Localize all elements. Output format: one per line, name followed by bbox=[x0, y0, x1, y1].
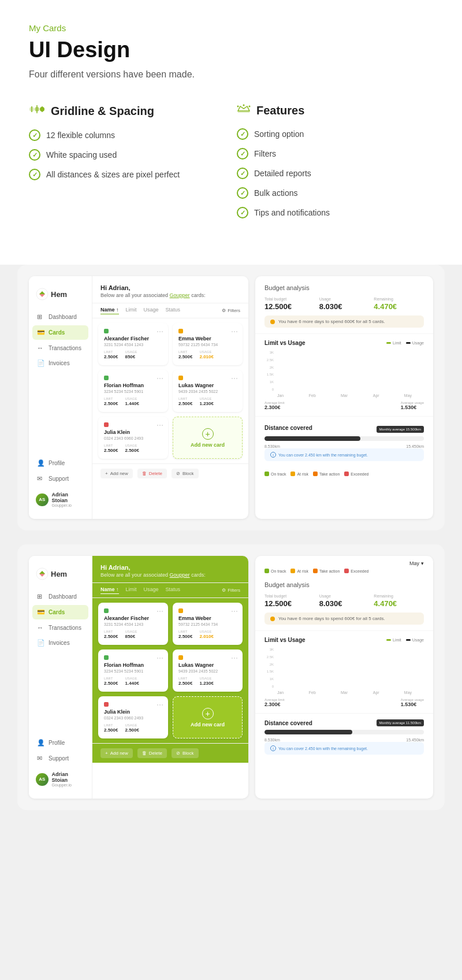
more-button-g4[interactable]: ⋯ bbox=[231, 654, 238, 662]
card-color-4 bbox=[178, 376, 183, 380]
sidebar-item-cards-2[interactable]: 💳 Cards bbox=[32, 605, 88, 619]
sidebar-item-profile-2[interactable]: 👤 Profile bbox=[32, 736, 88, 750]
card-item-g2: ⋯ Emma Weber 59732 2125 6434 734 Limit2.… bbox=[173, 603, 243, 645]
feature-item-1: Sorting option bbox=[237, 128, 433, 140]
block-button-2[interactable]: ⊘Block bbox=[172, 748, 199, 758]
tab-limit[interactable]: Limit bbox=[126, 307, 137, 314]
tab-usage-2[interactable]: Usage bbox=[144, 586, 159, 594]
card-color-g5 bbox=[104, 702, 109, 707]
tab-name-2[interactable]: Name ↑ bbox=[100, 586, 119, 594]
more-button-4[interactable]: ⋯ bbox=[231, 374, 238, 383]
svg-point-6 bbox=[237, 106, 239, 107]
tab-status[interactable]: Status bbox=[166, 307, 181, 314]
bar-chart-2: 3K2.5K2K1.5K1K0 bbox=[264, 648, 424, 688]
card-color-g2 bbox=[178, 608, 183, 613]
add-circle-icon: + bbox=[202, 428, 214, 440]
features-section: Features Sorting option Filters Detailed… bbox=[237, 103, 433, 218]
feature-item-2: Filters bbox=[237, 148, 433, 159]
main-title: UI Design bbox=[29, 38, 433, 62]
user-info: Adrian Stoian Goupper.io bbox=[52, 492, 85, 507]
gridline-list: 12 flexible columns White spacing used A… bbox=[29, 129, 225, 180]
budget-title: Budget analysis bbox=[264, 284, 424, 291]
greeting-2: Hi Adrian, bbox=[100, 564, 240, 571]
chart-labels: Jan Feb Mar Apr May bbox=[264, 394, 424, 398]
chart-labels-2: Jan Feb Mar Apr May bbox=[264, 691, 424, 695]
add-new-label: Add new card bbox=[191, 442, 225, 448]
greeting: Hi Adrian, bbox=[100, 284, 240, 291]
card-name-1: Alexander Fischer bbox=[104, 336, 162, 341]
card-item-4: ⋯ Lukas Wagner 9439 2034 2435 5022 Limit… bbox=[173, 370, 243, 412]
sidebar-item-invoices-2[interactable]: 📄 Invoices bbox=[32, 636, 88, 650]
tab-status-2[interactable]: Status bbox=[166, 586, 181, 594]
card-name-5: Julia Klein bbox=[104, 429, 162, 435]
sidebar-item-dashboard[interactable]: ⊞ Dashboard bbox=[32, 310, 88, 324]
add-new-label-2: Add new card bbox=[191, 722, 225, 727]
tab-usage[interactable]: Usage bbox=[144, 307, 159, 314]
greeting-sub-2: Below are all your associated Goupper ca… bbox=[100, 572, 240, 578]
tab-name[interactable]: Name ↑ bbox=[100, 307, 119, 314]
sidebar-item-invoices[interactable]: 📄 Invoices bbox=[32, 356, 88, 370]
bar-chart: 3K2.5K2K1.5K1K0 bbox=[264, 351, 424, 391]
add-card-item-2[interactable]: + Add new card bbox=[173, 696, 243, 738]
gridline-section: Gridline & Spacing 12 flexible columns W… bbox=[29, 103, 225, 218]
card-number-2: 59732 2125 6434 734 bbox=[178, 343, 237, 347]
sidebar-item-transactions-2[interactable]: ↔ Transactions bbox=[32, 621, 88, 634]
card-color-g1 bbox=[104, 608, 109, 613]
alert-dot bbox=[270, 320, 275, 324]
sidebar-item-support-2[interactable]: ✉ Support bbox=[32, 751, 88, 766]
content-header-1: Hi Adrian, Below are all your associated… bbox=[92, 276, 248, 303]
sidebar-item-cards[interactable]: 💳 Cards bbox=[32, 325, 88, 340]
card-name-2: Emma Weber bbox=[178, 336, 237, 341]
check-icon-f4 bbox=[237, 187, 248, 199]
tabs-row-1: Name ↑ Limit Usage Status ⚙ Filters bbox=[92, 303, 248, 318]
limit-usage-chart: Limit vs Usage Limit Usage 3K2.5K2K1.5K1… bbox=[255, 334, 433, 417]
delete-button-2[interactable]: 🗑Delete bbox=[137, 748, 167, 758]
card-number-3: 3234 5234 5234 5901 bbox=[104, 389, 162, 394]
feature-item-5: Tips and notifications bbox=[237, 207, 433, 218]
content-area-2: Hi Adrian, Below are all your associated… bbox=[92, 556, 248, 799]
card-item-g5: ⋯ Julia Klein 0324 2343 6960 2493 Limit2… bbox=[98, 696, 168, 738]
card-color-g3 bbox=[104, 655, 109, 660]
gridline-item-1: 12 flexible columns bbox=[29, 129, 225, 141]
card-color-5 bbox=[104, 422, 109, 427]
avatar: AS bbox=[36, 493, 49, 506]
user-area-2: AS Adrian Stoian Goupper.io bbox=[32, 767, 88, 792]
chart-section-2: Limit vs Usage Limit Usage 3K2.5K2K1.5K1… bbox=[255, 631, 433, 714]
sidebar-item-transactions[interactable]: ↔ Transactions bbox=[32, 341, 88, 355]
sidebar-2: Hem ⊞ Dashboard 💳 Cards ↔ Tr bbox=[29, 556, 92, 799]
more-button-5[interactable]: ⋯ bbox=[157, 421, 163, 429]
card-color-3 bbox=[104, 376, 109, 380]
more-button-1[interactable]: ⋯ bbox=[157, 328, 163, 336]
sidebar-item-dashboard-2[interactable]: ⊞ Dashboard bbox=[32, 589, 88, 604]
budget-alert: You have 6 more days to spend 600€ for a… bbox=[264, 315, 424, 328]
logo-text-2: Hem bbox=[51, 570, 67, 578]
delete-button[interactable]: 🗑Delete bbox=[137, 469, 167, 478]
more-button-2[interactable]: ⋯ bbox=[231, 328, 238, 336]
svg-point-7 bbox=[243, 105, 245, 106]
add-card-item[interactable]: + Add new card bbox=[173, 417, 243, 459]
more-button-3[interactable]: ⋯ bbox=[157, 374, 163, 383]
tab-limit-2[interactable]: Limit bbox=[126, 586, 137, 594]
more-button-g5[interactable]: ⋯ bbox=[157, 701, 163, 709]
more-button-g2[interactable]: ⋯ bbox=[231, 607, 238, 615]
monthly-badge: Monthly average 15.500km bbox=[377, 426, 424, 433]
filter-button-2[interactable]: ⚙ Filters bbox=[222, 588, 240, 593]
block-button[interactable]: ⊘Block bbox=[172, 469, 199, 478]
gridline-title: Gridline & Spacing bbox=[51, 105, 154, 118]
filter-button[interactable]: ⚙ Filters bbox=[222, 308, 240, 313]
card-name-4: Lukas Wagner bbox=[178, 383, 237, 388]
card-item-3: ⋯ Florian Hoffman 3234 5234 5234 5901 Li… bbox=[98, 370, 168, 412]
user-area: AS Adrian Stoian Goupper.io bbox=[32, 487, 88, 512]
check-icon-f1 bbox=[237, 128, 248, 140]
sidebar-item-profile[interactable]: 👤 Profile bbox=[32, 456, 88, 470]
add-new-button-2[interactable]: +Add new bbox=[100, 748, 133, 758]
add-new-button[interactable]: +Add new bbox=[100, 469, 133, 478]
more-button-g3[interactable]: ⋯ bbox=[157, 654, 163, 662]
cards-grid-1: ⋯ Alexander Fischer 3231 5234 4534 1243 … bbox=[92, 318, 248, 463]
may-select[interactable]: May ▾ bbox=[409, 560, 424, 566]
card-item-g3: ⋯ Florian Hoffman 3234 5234 5234 5901 Li… bbox=[98, 649, 168, 692]
content-area-1: Hi Adrian, Below are all your associated… bbox=[92, 276, 248, 519]
card-item-2: ⋯ Emma Weber 59732 2125 6434 734 Limit 2… bbox=[173, 323, 243, 365]
sidebar-item-support[interactable]: ✉ Support bbox=[32, 472, 88, 486]
more-button-g1[interactable]: ⋯ bbox=[157, 607, 163, 615]
